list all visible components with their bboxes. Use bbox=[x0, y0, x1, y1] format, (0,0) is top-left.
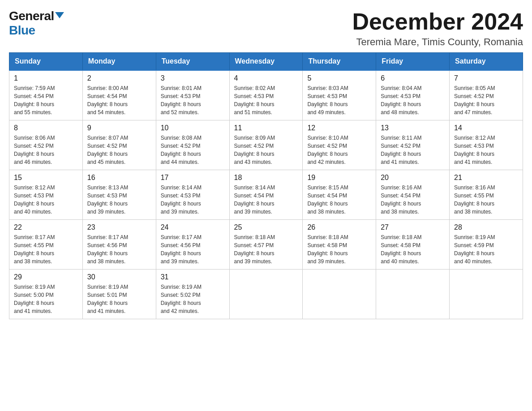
week-row-3: 15 Sunrise: 8:12 AM Sunset: 4:53 PM Dayl… bbox=[9, 170, 523, 220]
day-cell: 18 Sunrise: 8:14 AM Sunset: 4:54 PM Dayl… bbox=[229, 170, 303, 220]
day-cell bbox=[376, 270, 450, 319]
logo-blue-text: Blue bbox=[9, 23, 35, 38]
day-number: 1 bbox=[14, 74, 78, 82]
logo-triangle-icon bbox=[55, 12, 64, 18]
daylight-label: Daylight: 8 hours bbox=[161, 250, 201, 257]
daylight-label: Daylight: 8 hours bbox=[14, 300, 54, 306]
day-cell: 1 Sunrise: 7:59 AM Sunset: 4:54 PM Dayli… bbox=[9, 70, 83, 120]
sunrise-label: Sunrise: 8:16 AM bbox=[381, 184, 421, 191]
daylight-minutes: and 42 minutes. bbox=[307, 159, 345, 165]
day-number: 10 bbox=[161, 124, 225, 132]
sunrise-label: Sunrise: 8:08 AM bbox=[161, 135, 202, 141]
day-cell: 4 Sunrise: 8:02 AM Sunset: 4:53 PM Dayli… bbox=[229, 70, 303, 120]
day-number: 13 bbox=[381, 124, 445, 132]
sunrise-label: Sunrise: 8:04 AM bbox=[381, 85, 421, 91]
sunset-label: Sunset: 4:59 PM bbox=[454, 242, 494, 248]
day-cell: 21 Sunrise: 8:16 AM Sunset: 4:55 PM Dayl… bbox=[450, 170, 523, 220]
day-cell: 28 Sunrise: 8:19 AM Sunset: 4:59 PM Dayl… bbox=[450, 220, 523, 270]
day-info: Sunrise: 8:15 AM Sunset: 4:54 PM Dayligh… bbox=[307, 184, 371, 216]
day-number: 29 bbox=[14, 273, 78, 281]
day-cell: 20 Sunrise: 8:16 AM Sunset: 4:54 PM Dayl… bbox=[376, 170, 450, 220]
header-thursday: Thursday bbox=[303, 53, 376, 71]
sunset-label: Sunset: 4:55 PM bbox=[14, 242, 54, 248]
day-number: 30 bbox=[87, 273, 151, 281]
daylight-minutes: and 39 minutes. bbox=[161, 258, 199, 265]
day-number: 28 bbox=[454, 223, 518, 231]
day-info: Sunrise: 8:14 AM Sunset: 4:54 PM Dayligh… bbox=[234, 184, 298, 216]
day-number: 26 bbox=[307, 223, 371, 231]
day-number: 11 bbox=[234, 124, 298, 132]
daylight-label: Daylight: 8 hours bbox=[454, 250, 494, 257]
daylight-label: Daylight: 8 hours bbox=[381, 101, 421, 107]
daylight-label: Daylight: 8 hours bbox=[87, 300, 128, 306]
sunrise-label: Sunrise: 8:17 AM bbox=[161, 234, 202, 240]
day-cell: 22 Sunrise: 8:17 AM Sunset: 4:55 PM Dayl… bbox=[9, 220, 83, 270]
sunrise-label: Sunrise: 8:16 AM bbox=[454, 184, 495, 191]
daylight-minutes: and 39 minutes. bbox=[234, 258, 272, 265]
daylight-minutes: and 55 minutes. bbox=[14, 109, 52, 116]
day-info: Sunrise: 8:17 AM Sunset: 4:55 PM Dayligh… bbox=[14, 233, 78, 265]
day-cell: 16 Sunrise: 8:13 AM Sunset: 4:53 PM Dayl… bbox=[82, 170, 156, 220]
daylight-minutes: and 38 minutes. bbox=[307, 209, 345, 215]
sunset-label: Sunset: 4:53 PM bbox=[381, 93, 420, 99]
day-cell: 10 Sunrise: 8:08 AM Sunset: 4:52 PM Dayl… bbox=[156, 120, 229, 170]
day-info: Sunrise: 8:16 AM Sunset: 4:54 PM Dayligh… bbox=[381, 184, 445, 216]
daylight-minutes: and 41 minutes. bbox=[454, 159, 492, 165]
day-number: 12 bbox=[307, 124, 371, 132]
sunrise-label: Sunrise: 8:18 AM bbox=[307, 234, 348, 240]
sunrise-label: Sunrise: 8:10 AM bbox=[307, 135, 348, 141]
sunrise-label: Sunrise: 8:13 AM bbox=[87, 184, 128, 191]
daylight-label: Daylight: 8 hours bbox=[14, 250, 54, 257]
daylight-label: Daylight: 8 hours bbox=[87, 101, 128, 107]
day-info: Sunrise: 8:02 AM Sunset: 4:53 PM Dayligh… bbox=[234, 84, 298, 116]
daylight-minutes: and 38 minutes. bbox=[454, 209, 492, 215]
sunrise-label: Sunrise: 8:17 AM bbox=[14, 234, 55, 240]
day-info: Sunrise: 8:04 AM Sunset: 4:53 PM Dayligh… bbox=[381, 84, 445, 116]
sunset-label: Sunset: 4:57 PM bbox=[234, 242, 274, 248]
day-info: Sunrise: 8:03 AM Sunset: 4:53 PM Dayligh… bbox=[307, 84, 371, 116]
day-cell: 14 Sunrise: 8:12 AM Sunset: 4:53 PM Dayl… bbox=[450, 120, 523, 170]
header-wednesday: Wednesday bbox=[229, 53, 303, 71]
daylight-minutes: and 40 minutes. bbox=[381, 258, 419, 265]
header-saturday: Saturday bbox=[450, 53, 523, 71]
day-number: 31 bbox=[161, 273, 225, 281]
day-number: 19 bbox=[307, 174, 371, 182]
calendar-table: SundayMondayTuesdayWednesdayThursdayFrid… bbox=[9, 52, 523, 319]
daylight-label: Daylight: 8 hours bbox=[454, 151, 494, 157]
day-cell: 17 Sunrise: 8:14 AM Sunset: 4:53 PM Dayl… bbox=[156, 170, 229, 220]
day-cell: 9 Sunrise: 8:07 AM Sunset: 4:52 PM Dayli… bbox=[82, 120, 156, 170]
logo: General Blue bbox=[9, 9, 64, 38]
day-info: Sunrise: 8:18 AM Sunset: 4:58 PM Dayligh… bbox=[381, 233, 445, 265]
sunset-label: Sunset: 4:55 PM bbox=[454, 193, 494, 199]
daylight-label: Daylight: 8 hours bbox=[14, 151, 54, 157]
day-info: Sunrise: 8:06 AM Sunset: 4:52 PM Dayligh… bbox=[14, 134, 78, 166]
daylight-label: Daylight: 8 hours bbox=[381, 151, 421, 157]
sunset-label: Sunset: 4:53 PM bbox=[307, 93, 347, 99]
daylight-minutes: and 43 minutes. bbox=[234, 159, 272, 165]
sunset-label: Sunset: 4:56 PM bbox=[87, 242, 127, 248]
daylight-minutes: and 41 minutes. bbox=[381, 159, 419, 165]
day-cell: 6 Sunrise: 8:04 AM Sunset: 4:53 PM Dayli… bbox=[376, 70, 450, 120]
day-cell: 11 Sunrise: 8:09 AM Sunset: 4:52 PM Dayl… bbox=[229, 120, 303, 170]
day-cell: 13 Sunrise: 8:11 AM Sunset: 4:52 PM Dayl… bbox=[376, 120, 450, 170]
day-info: Sunrise: 8:18 AM Sunset: 4:57 PM Dayligh… bbox=[234, 233, 298, 265]
daylight-minutes: and 51 minutes. bbox=[234, 109, 272, 116]
daylight-label: Daylight: 8 hours bbox=[234, 101, 275, 107]
daylight-minutes: and 41 minutes. bbox=[87, 308, 125, 314]
daylight-minutes: and 48 minutes. bbox=[381, 109, 419, 116]
sunrise-label: Sunrise: 7:59 AM bbox=[14, 85, 55, 91]
sunset-label: Sunset: 4:54 PM bbox=[87, 93, 127, 99]
sunset-label: Sunset: 5:00 PM bbox=[14, 292, 54, 298]
day-info: Sunrise: 8:19 AM Sunset: 4:59 PM Dayligh… bbox=[454, 233, 518, 265]
day-number: 17 bbox=[161, 174, 225, 182]
sunrise-label: Sunrise: 8:09 AM bbox=[234, 135, 275, 141]
sunrise-label: Sunrise: 8:17 AM bbox=[87, 234, 128, 240]
daylight-minutes: and 41 minutes. bbox=[14, 308, 52, 314]
daylight-minutes: and 38 minutes. bbox=[14, 258, 52, 265]
day-info: Sunrise: 8:19 AM Sunset: 5:01 PM Dayligh… bbox=[87, 283, 151, 315]
sunrise-label: Sunrise: 8:03 AM bbox=[307, 85, 348, 91]
day-info: Sunrise: 8:18 AM Sunset: 4:58 PM Dayligh… bbox=[307, 233, 371, 265]
sunrise-label: Sunrise: 8:00 AM bbox=[87, 85, 128, 91]
day-cell: 24 Sunrise: 8:17 AM Sunset: 4:56 PM Dayl… bbox=[156, 220, 229, 270]
sunset-label: Sunset: 4:52 PM bbox=[307, 143, 347, 149]
